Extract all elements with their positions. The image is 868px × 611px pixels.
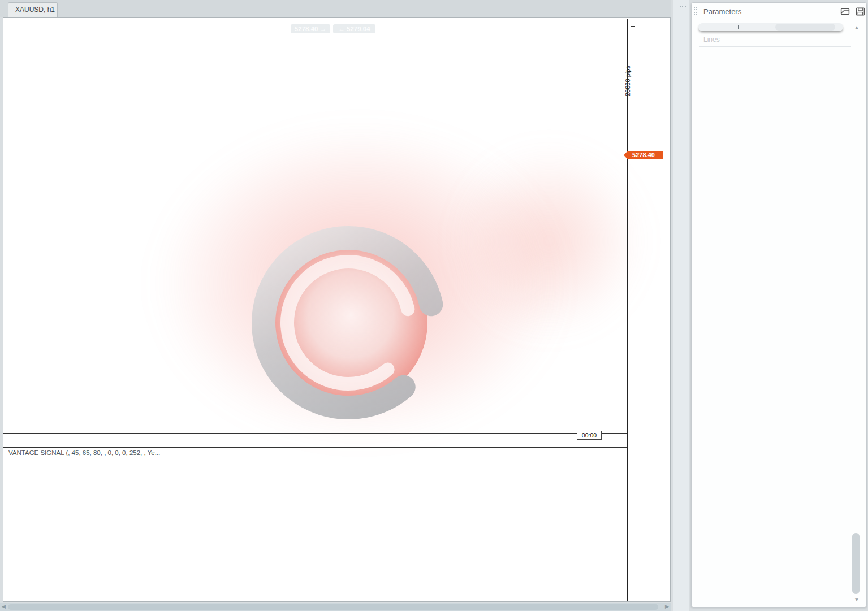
- lines-section-label: Lines: [703, 36, 720, 44]
- scroll-down-icon[interactable]: ▼: [854, 596, 860, 603]
- scroll-position-mark: [738, 25, 739, 29]
- tab-bar: XAUUSD, h1: [0, 0, 671, 17]
- tab-xauusd-h1[interactable]: XAUUSD, h1: [8, 2, 58, 17]
- horizontal-scrollbar-thumb[interactable]: [8, 604, 658, 610]
- sell-spread-bar: [291, 35, 327, 37]
- price-axis-line: [627, 19, 628, 601]
- pips-bracket-label: 20000 pips: [624, 62, 631, 96]
- sell-price: 5278.40: [295, 25, 318, 32]
- sell-arrow-icon: →: [320, 25, 327, 32]
- panel-top-scrollbar-thumb[interactable]: [775, 24, 835, 31]
- buy-button[interactable]: ← 5279.04: [333, 24, 375, 33]
- parameters-header: Parameters: [692, 3, 866, 20]
- detach-panel-icon[interactable]: [840, 7, 850, 16]
- indicator-title: VANTAGE SIGNAL (, 45, 65, 80, , 0, 0, 0,…: [8, 449, 160, 456]
- pips-bracket: [631, 26, 635, 137]
- plot-bottom-border: [3, 433, 627, 434]
- current-price-tag: 5278.40: [624, 151, 663, 159]
- scroll-left-icon[interactable]: ◀: [2, 604, 6, 609]
- buy-arrow-icon: ←: [338, 25, 345, 32]
- panel-top-scrollbar[interactable]: [698, 23, 843, 31]
- horizontal-scrollbar[interactable]: ◀ ▶: [0, 603, 671, 611]
- chart-area: 5278.40 → ← 5279.04 20000 pips 5278.40 0…: [3, 17, 671, 602]
- drawing-toolbar: [673, 0, 689, 611]
- main-chart-canvas[interactable]: [3, 18, 670, 601]
- buy-spread-bar: [331, 35, 374, 37]
- panel-vscrollbar-thumb[interactable]: [852, 533, 860, 594]
- parameters-drag-handle[interactable]: [694, 7, 698, 16]
- time-axis-border: [3, 447, 627, 448]
- scroll-up-icon[interactable]: ▲: [854, 24, 860, 31]
- save-icon[interactable]: [856, 7, 865, 16]
- parameters-title: Parameters: [703, 7, 741, 16]
- lines-section-divider: [699, 46, 851, 47]
- buy-price: 5279.04: [347, 25, 370, 32]
- toolbar-drag-handle[interactable]: [676, 2, 686, 7]
- parameters-panel: Parameters ▲ Lines ▼: [691, 2, 867, 608]
- crosshair-time-tooltip: 00:00: [577, 431, 602, 440]
- sell-button[interactable]: 5278.40 →: [291, 24, 330, 33]
- scroll-right-icon[interactable]: ▶: [665, 604, 669, 609]
